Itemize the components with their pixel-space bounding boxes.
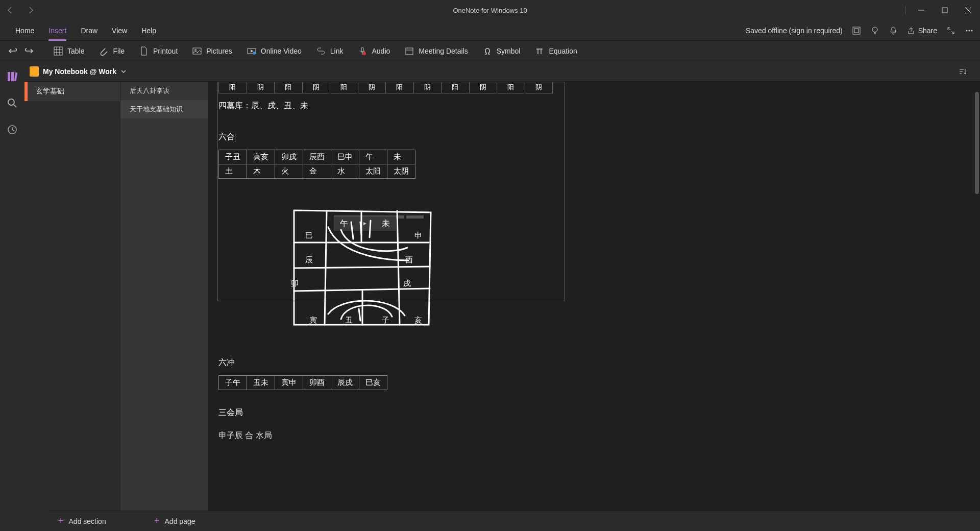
svg-point-10 bbox=[969, 30, 970, 31]
forward-button[interactable] bbox=[20, 0, 41, 20]
svg-point-9 bbox=[966, 30, 968, 31]
insert-audio-button[interactable]: Audio bbox=[357, 46, 390, 56]
svg-rect-30 bbox=[11, 72, 14, 81]
insert-link-button[interactable]: Link bbox=[316, 46, 344, 56]
svg-rect-1 bbox=[942, 8, 947, 13]
text-cursor bbox=[235, 133, 235, 142]
liuchong-table[interactable]: 子午丑未寅申卯酉辰戌巳亥 bbox=[218, 375, 387, 390]
page-item-label: 天干地支基础知识 bbox=[130, 105, 183, 114]
link-icon bbox=[316, 46, 326, 56]
tab-home[interactable]: Home bbox=[8, 20, 41, 41]
insert-meeting-button[interactable]: Meeting Details bbox=[404, 46, 468, 56]
notebook-icon bbox=[30, 66, 39, 77]
tab-draw[interactable]: Draw bbox=[74, 20, 105, 41]
page-item-label: 后天八卦掌诀 bbox=[130, 86, 169, 95]
title-bar: OneNote for Windows 10 bbox=[0, 0, 980, 20]
picture-icon bbox=[192, 46, 202, 56]
page-item[interactable]: 后天八卦掌诀 bbox=[120, 82, 208, 100]
add-section-label: Add section bbox=[69, 517, 106, 525]
svg-point-6 bbox=[872, 27, 877, 32]
redo-button[interactable] bbox=[23, 46, 34, 56]
share-label: Share bbox=[918, 27, 937, 35]
sort-pages-button[interactable] bbox=[954, 63, 971, 80]
ink-strokes bbox=[290, 209, 443, 337]
svg-marker-20 bbox=[251, 50, 253, 53]
insert-file-button[interactable]: File bbox=[99, 46, 125, 56]
text-line[interactable]: 四墓库：辰、戌、丑、未 bbox=[218, 101, 576, 111]
pi-icon bbox=[534, 46, 545, 56]
insert-equation-button[interactable]: Equation bbox=[534, 46, 577, 56]
table-icon bbox=[53, 46, 63, 56]
svg-rect-31 bbox=[14, 73, 17, 81]
document-icon bbox=[139, 46, 149, 56]
tab-insert[interactable]: Insert bbox=[41, 20, 74, 41]
plus-icon: + bbox=[58, 516, 64, 526]
svg-point-11 bbox=[971, 30, 973, 31]
section-item[interactable]: 玄学基础 bbox=[24, 82, 120, 101]
svg-line-33 bbox=[14, 105, 16, 107]
svg-rect-29 bbox=[8, 72, 10, 81]
note-canvas[interactable]: 阳阴阳阴阳阴阳阴阳阴阳阴 四墓库：辰、戌、丑、未 六合 子丑寅亥卯戌辰酉巳申午未… bbox=[208, 82, 980, 531]
search-icon[interactable] bbox=[3, 94, 21, 112]
recent-icon[interactable] bbox=[3, 120, 21, 139]
notebooks-icon[interactable] bbox=[3, 67, 21, 86]
left-rail bbox=[0, 61, 24, 531]
svg-line-36 bbox=[12, 130, 14, 131]
svg-point-21 bbox=[253, 52, 256, 55]
text-line[interactable]: 六合 bbox=[218, 132, 576, 142]
insert-pictures-button[interactable]: Pictures bbox=[192, 46, 232, 56]
notebook-picker[interactable]: My Notebook @ Work bbox=[30, 66, 127, 77]
tab-help[interactable]: Help bbox=[134, 20, 163, 41]
svg-line-42 bbox=[294, 267, 430, 268]
calendar-icon bbox=[404, 46, 414, 56]
insert-video-button[interactable]: Online Video bbox=[247, 46, 302, 56]
lightbulb-icon[interactable] bbox=[870, 26, 879, 35]
insert-printout-button[interactable]: Printout bbox=[139, 46, 178, 56]
share-button[interactable]: Share bbox=[907, 27, 937, 35]
svg-line-46 bbox=[397, 211, 400, 325]
ink-diagram[interactable]: 午 未 巳 申 辰 酉 卯 戌 寅 丑 子 亥 bbox=[290, 209, 438, 337]
page-list: 后天八卦掌诀 天干地支基础知识 bbox=[120, 82, 208, 531]
video-icon bbox=[247, 46, 257, 56]
liuhe-table[interactable]: 子丑寅亥卯戌辰酉巳申午未土木火金水太阳太阴 bbox=[218, 150, 415, 179]
ribbon-tabs: Home Insert Draw View Help Saved offline… bbox=[0, 20, 980, 41]
scrollbar-thumb[interactable] bbox=[975, 92, 979, 194]
svg-line-44 bbox=[325, 211, 327, 325]
paperclip-icon bbox=[99, 46, 109, 56]
plus-icon: + bbox=[154, 516, 160, 526]
svg-rect-5 bbox=[854, 29, 859, 33]
page-item[interactable]: 天干地支基础知识 bbox=[120, 100, 208, 118]
svg-rect-24 bbox=[406, 48, 413, 55]
text-line[interactable]: 六冲 bbox=[218, 357, 576, 368]
section-list: 玄学基础 bbox=[24, 82, 120, 531]
notebook-header: My Notebook @ Work bbox=[24, 61, 980, 82]
insert-symbol-button[interactable]: Symbol bbox=[482, 46, 521, 56]
svg-rect-4 bbox=[853, 27, 860, 34]
more-icon[interactable] bbox=[965, 26, 974, 35]
insert-table-button[interactable]: Table bbox=[53, 46, 84, 56]
add-section-button[interactable]: + Add section bbox=[49, 511, 145, 531]
text-line[interactable]: 三会局 bbox=[218, 407, 576, 418]
omega-icon bbox=[482, 46, 493, 56]
tab-view[interactable]: View bbox=[105, 20, 134, 41]
minimize-button[interactable] bbox=[910, 0, 933, 20]
svg-point-32 bbox=[8, 99, 14, 105]
svg-point-18 bbox=[195, 49, 197, 51]
text-line[interactable]: 申子辰 合 水局 bbox=[218, 430, 576, 441]
add-page-button[interactable]: + Add page bbox=[145, 511, 204, 531]
maximize-button[interactable] bbox=[933, 0, 957, 20]
notebook-name-label: My Notebook @ Work bbox=[43, 67, 116, 76]
notification-bell-icon[interactable] bbox=[889, 26, 898, 35]
undo-button[interactable] bbox=[8, 46, 18, 56]
svg-rect-12 bbox=[54, 47, 62, 55]
svg-point-23 bbox=[363, 52, 366, 55]
chevron-down-icon bbox=[120, 68, 127, 75]
add-page-label: Add page bbox=[165, 517, 195, 525]
fullscreen-read-icon[interactable] bbox=[852, 26, 861, 35]
svg-rect-22 bbox=[361, 47, 363, 52]
window-title: OneNote for Windows 10 bbox=[453, 7, 527, 14]
close-button[interactable] bbox=[957, 0, 980, 20]
section-item-label: 玄学基础 bbox=[36, 87, 64, 96]
back-button[interactable] bbox=[0, 0, 20, 20]
expand-icon[interactable] bbox=[946, 26, 955, 35]
